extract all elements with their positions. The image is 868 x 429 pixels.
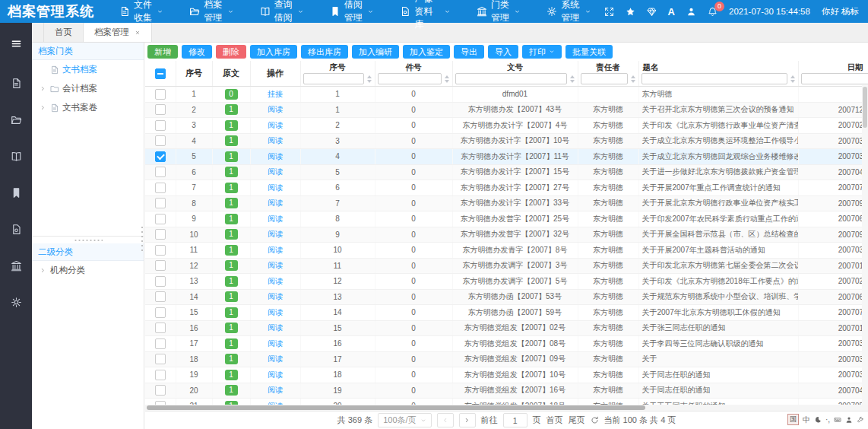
tree-item-document-archive[interactable]: 文书档案 bbox=[32, 60, 144, 79]
close-icon[interactable] bbox=[135, 30, 141, 36]
table-row[interactable]: 41阅读30东方明德办发计字【2007】10号东方明德关于成立北京东方明德奥运环… bbox=[145, 133, 868, 149]
operation-link[interactable]: 阅读 bbox=[268, 386, 283, 394]
btn-export[interactable]: 导出 bbox=[454, 45, 484, 59]
ime-soft-keyboard-icon[interactable] bbox=[834, 416, 841, 424]
operation-link[interactable]: 阅读 bbox=[268, 261, 283, 269]
operation-link[interactable]: 阅读 bbox=[268, 121, 283, 129]
operation-link[interactable]: 阅读 bbox=[268, 323, 283, 332]
menu-archive-manage[interactable]: 档案管理 bbox=[176, 0, 246, 23]
page-number-input[interactable] bbox=[503, 413, 527, 427]
table-row[interactable]: 51阅读40东方明德办发计字【2007】11号东方明德关于成立北京东方明德回龙观… bbox=[145, 149, 868, 165]
fullscreen-icon[interactable] bbox=[604, 7, 614, 17]
rail-archive-manage[interactable] bbox=[0, 106, 32, 132]
operation-link[interactable]: 阅读 bbox=[268, 246, 283, 254]
operation-link[interactable]: 阅读 bbox=[268, 199, 283, 207]
table-row[interactable]: 61阅读50东方明德办发计字【2007】15号东方明德关于进一步做好北京东方明德… bbox=[145, 164, 868, 180]
operation-link[interactable]: 阅读 bbox=[268, 230, 283, 238]
page-size-select[interactable]: 100条/页 bbox=[378, 413, 431, 427]
tab-archive-manage[interactable]: 档案管理 bbox=[84, 23, 152, 42]
row-checkbox[interactable] bbox=[155, 276, 166, 287]
table-row[interactable]: 71阅读60东方明德办发计字【2007】27号东方明德关于开展2007年重点工作… bbox=[145, 180, 868, 196]
operation-link[interactable]: 挂接 bbox=[268, 90, 283, 98]
table-row[interactable]: 161阅读150东方明德党组发【2007】02号东方明德关于张三同志任职的通知2… bbox=[145, 320, 868, 336]
row-checkbox[interactable] bbox=[155, 291, 166, 302]
next-page-button[interactable] bbox=[459, 413, 476, 427]
rail-query-borrow[interactable] bbox=[0, 143, 32, 169]
ime-settings-wrench-icon[interactable] bbox=[857, 416, 864, 424]
vertical-scrollbar-thumb[interactable] bbox=[863, 87, 867, 128]
table-row[interactable]: 10挂接10dfmd01东方明德 bbox=[145, 87, 868, 103]
table-row[interactable]: 151阅读140东方明德办函【2007】59号东方明德关于2007年北京东方明德… bbox=[145, 305, 868, 321]
table-row[interactable]: 121阅读110东方明德办发调字【2007】3号东方明德关于印发北京东方明德第七… bbox=[145, 258, 868, 274]
row-checkbox[interactable] bbox=[155, 354, 166, 364]
horizontal-splitter[interactable] bbox=[32, 236, 144, 243]
operation-link[interactable]: 阅读 bbox=[268, 136, 283, 145]
ime-user-icon[interactable] bbox=[845, 416, 853, 424]
table-row[interactable]: 131阅读120东方明德办发调字【2007】5号东方明德关于印发《北京东方明德2… bbox=[145, 274, 868, 290]
rail-toggle-menu[interactable] bbox=[0, 30, 32, 56]
theme-gem-icon[interactable] bbox=[647, 7, 657, 17]
table-row[interactable]: 111阅读100东方明德办发青字【2007】8号东方明德关于开展2007年主题科… bbox=[145, 243, 868, 259]
font-size-icon[interactable]: A bbox=[668, 6, 675, 17]
sort-timing-spinner[interactable] bbox=[790, 75, 796, 83]
btn-remove-storehouse[interactable]: 移出库房 bbox=[301, 45, 348, 59]
sort-jianhao-spinner[interactable] bbox=[444, 75, 450, 83]
operation-link[interactable]: 阅读 bbox=[268, 292, 283, 300]
table-row[interactable]: 31阅读20东方明德办发计字【2007】4号东方明德关于印发《北京东方明德行政事… bbox=[145, 118, 868, 134]
filter-input-jianhao[interactable] bbox=[378, 73, 442, 84]
row-checkbox[interactable] bbox=[155, 260, 166, 271]
row-checkbox[interactable] bbox=[155, 183, 166, 193]
btn-delete[interactable]: 删除 bbox=[216, 45, 246, 59]
menu-file-collect[interactable]: 文件收集 bbox=[106, 0, 176, 23]
btn-add-research[interactable]: 加入编研 bbox=[352, 45, 399, 59]
btn-edit[interactable]: 修改 bbox=[182, 45, 212, 59]
row-checkbox[interactable] bbox=[155, 135, 166, 146]
btn-print[interactable]: 打印 bbox=[522, 45, 562, 59]
vertical-scrollbar[interactable] bbox=[862, 85, 868, 405]
ime-language-indicator[interactable]: 国 bbox=[787, 414, 799, 425]
table-row[interactable]: 91阅读80东方明德办发普字【2007】25号东方明德关于印发2007年农民科学… bbox=[145, 211, 868, 227]
horizontal-scrollbar[interactable] bbox=[145, 405, 868, 411]
operation-link[interactable]: 阅读 bbox=[268, 167, 283, 176]
row-checkbox[interactable] bbox=[155, 89, 166, 100]
sort-wenhao-spinner[interactable] bbox=[569, 75, 575, 83]
tree-item-document-folder[interactable]: 文书案卷 bbox=[32, 98, 144, 117]
filter-input-timing[interactable] bbox=[641, 73, 787, 84]
menu-category-manage[interactable]: 门类管理 bbox=[464, 0, 534, 23]
row-checkbox[interactable] bbox=[155, 198, 166, 208]
rail-av-library[interactable] bbox=[0, 216, 32, 242]
operation-link[interactable]: 阅读 bbox=[268, 183, 283, 192]
row-checkbox[interactable] bbox=[155, 120, 166, 131]
btn-add-appraisal[interactable]: 加入鉴定 bbox=[403, 45, 450, 59]
row-checkbox[interactable] bbox=[155, 385, 166, 396]
rail-category-manage[interactable] bbox=[0, 253, 32, 278]
rail-borrow-manage[interactable] bbox=[0, 180, 32, 205]
btn-batch-link[interactable]: 批量关联 bbox=[565, 45, 613, 59]
sort-xuhao-spinner[interactable] bbox=[366, 75, 372, 83]
table-row[interactable]: 191阅读180东方明德党组发【2007】10号东方明德关于同志任职的通知200… bbox=[145, 367, 868, 383]
row-checkbox[interactable] bbox=[155, 323, 166, 333]
notifications-bell[interactable]: 0 bbox=[708, 7, 718, 17]
vertical-splitter[interactable] bbox=[141, 225, 144, 253]
tree-item-accounting-archive[interactable]: 会计档案 bbox=[32, 79, 144, 98]
table-row[interactable]: 141阅读130东方明德办函【2007】53号东方明德关于规范东方明德系统中小型… bbox=[145, 289, 868, 305]
refresh-icon[interactable] bbox=[591, 416, 599, 424]
btn-import[interactable]: 导入 bbox=[488, 45, 518, 59]
row-checkbox[interactable] bbox=[155, 214, 166, 224]
sort-zerenzhe-spinner[interactable] bbox=[630, 75, 636, 83]
filter-input-xuhao[interactable] bbox=[303, 73, 364, 84]
tab-home[interactable]: 首页 bbox=[43, 23, 84, 42]
menu-system-manage[interactable]: 系统管理 bbox=[534, 0, 603, 23]
last-page-link[interactable]: 尾页 bbox=[569, 415, 585, 426]
operation-link[interactable]: 阅读 bbox=[268, 308, 283, 316]
operation-link[interactable]: 阅读 bbox=[268, 105, 283, 113]
row-checkbox[interactable] bbox=[155, 370, 166, 380]
filter-input-riqi[interactable] bbox=[801, 73, 868, 84]
row-checkbox[interactable] bbox=[155, 245, 166, 256]
ime-punctuation-toggle[interactable]: ·, bbox=[825, 415, 830, 424]
rail-file-collect[interactable] bbox=[0, 70, 32, 96]
tree-item-org-category[interactable]: 机构分类 bbox=[32, 261, 144, 280]
operation-link[interactable]: 阅读 bbox=[268, 339, 283, 348]
ime-chinese-mode[interactable]: 中 bbox=[803, 415, 810, 425]
table-row[interactable]: 181阅读170东方明德党组发【2007】09号东方明德关于20070322 bbox=[145, 351, 868, 367]
